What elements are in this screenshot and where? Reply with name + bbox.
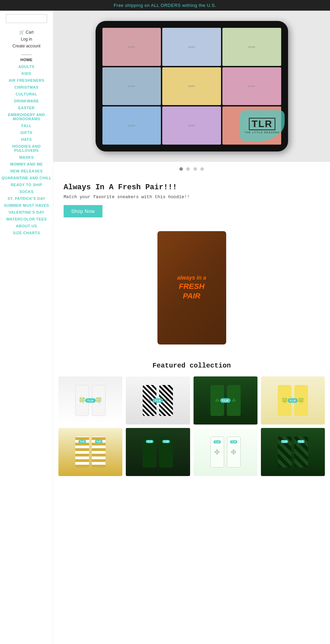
pillow-cell-2: photo — [162, 28, 221, 66]
featured-collection: Featured collection 🍀 — [53, 355, 330, 483]
product-image-7: ✤ TLR ✤ TLR — [194, 428, 257, 476]
sidebar-item-drinkware[interactable]: DRINKWARE — [14, 99, 39, 103]
pillow-cell-8: photo — [162, 106, 221, 145]
promo-title: Always In A Fresh Pair!!! — [64, 183, 320, 192]
product-card-8[interactable]: TLR TLR — [261, 428, 325, 476]
sidebar-item-watercolor[interactable]: WATERCOLOR TEES — [6, 217, 47, 221]
sidebar-item-home[interactable]: HOME — [21, 58, 33, 62]
product-card-7[interactable]: ✤ TLR ✤ TLR — [194, 428, 257, 476]
sidebar-item-hats[interactable]: HATS — [21, 137, 32, 142]
tlr-badge-1: TLR — [85, 398, 96, 403]
tlr-badge-4: TLR — [288, 398, 298, 403]
hoodie-image: always in aFRESHPAIR — [157, 231, 226, 344]
sidebar-item-size-charts[interactable]: SIZE CHARTS — [13, 231, 40, 235]
sidebar-item-gifts[interactable]: GIFTS — [21, 131, 33, 135]
product-image-1: 🍀 🍀 TLR — [58, 376, 122, 425]
tlr-badge-2: TLR — [153, 398, 163, 403]
product-image-6: TLR TLR — [126, 428, 190, 476]
sidebar-item-easter[interactable]: EASTER — [18, 106, 35, 110]
sidebar-item-valentines[interactable]: VALENTINE'S DAY — [9, 210, 44, 214]
product-image-2: ☘ ☘ TLR — [126, 376, 190, 425]
create-account-link[interactable]: Create account — [12, 44, 40, 48]
pillow-cell-6: photo — [222, 67, 281, 105]
sidebar-item-kids[interactable]: KIDS — [22, 71, 31, 76]
banner-text: Free shipping on ALL ORDERS withing the … — [114, 3, 216, 8]
hoodie-section: always in aFRESHPAIR — [53, 228, 330, 355]
product-card-5[interactable]: TLR TLR — [58, 428, 122, 476]
dot-3[interactable] — [194, 167, 197, 171]
product-card-2[interactable]: ☘ ☘ TLR — [126, 376, 190, 425]
tlr-badge-3: TLR — [220, 398, 231, 403]
sidebar-nav: HOME ADULTS KIDS AIR FRESHENERS CHRISTMA… — [0, 58, 53, 235]
tlr-logo-text: TLR — [249, 118, 275, 130]
sidebar-item-embroidery[interactable]: EMBROIDERY AND MONOGRAMS — [0, 113, 53, 121]
product-card-1[interactable]: 🍀 🍀 TLR — [58, 376, 122, 425]
sidebar-item-about[interactable]: ABOUT US — [16, 224, 37, 228]
product-grid: 🍀 🍀 TLR — [57, 376, 327, 476]
sidebar-item-christmas[interactable]: CHRISTMAS — [14, 85, 38, 89]
product-card-6[interactable]: TLR TLR — [126, 428, 190, 476]
promo-description: Match your favorite sneakers with this h… — [64, 194, 320, 200]
sidebar-item-ready-to-ship[interactable]: READY TO SHIP — [11, 183, 42, 187]
main-content: photo photo photo photo photo photo — [53, 11, 330, 644]
hoodie-text: always in aFRESHPAIR — [177, 274, 206, 301]
product-image-8: TLR TLR — [261, 428, 325, 476]
sidebar-item-new-releases[interactable]: NEW RELEASES — [10, 169, 43, 173]
product-image-5: TLR TLR — [58, 428, 122, 476]
top-banner: Free shipping on ALL ORDERS withing the … — [0, 0, 330, 11]
sidebar-divider — [21, 55, 32, 55]
pillow-cell-3: photo — [222, 28, 281, 66]
sidebar: 🛒 Cart Log in Create account HOME ADULTS… — [0, 11, 53, 644]
cart-link[interactable]: 🛒 Cart — [19, 30, 33, 35]
sidebar-item-socks[interactable]: SOCKS — [19, 190, 34, 194]
promo-section: Always In A Fresh Pair!!! Match your fav… — [53, 176, 330, 228]
pillow-cell-7: photo — [102, 106, 161, 145]
sidebar-item-mommy-me[interactable]: MOMMY AND ME — [10, 162, 43, 166]
tlr-logo-subtitle: THE LITTLE REASONS — [244, 131, 279, 134]
sidebar-item-cultural[interactable]: CULTURAL — [15, 92, 37, 96]
sidebar-item-quarantine[interactable]: QUARANTINE AND CHILL — [1, 176, 51, 180]
product-image-3: ☘ ☘ TLR — [194, 376, 257, 425]
dot-4[interactable] — [200, 167, 204, 171]
sidebar-item-st-patricks[interactable]: ST. PATRICK'S DAY — [8, 196, 45, 201]
pillow-collage: photo photo photo photo photo photo — [96, 21, 288, 151]
dot-2[interactable] — [186, 167, 190, 171]
product-card-4[interactable]: 🍀 🍀 TLR — [261, 376, 325, 425]
product-card-3[interactable]: ☘ ☘ TLR — [194, 376, 257, 425]
pillow-cell-4: photo — [102, 67, 161, 105]
pillow-cell-1: photo — [102, 28, 161, 66]
sidebar-item-summer[interactable]: SUMMER MUST HAVES — [4, 203, 49, 207]
sidebar-item-fall[interactable]: FALL — [21, 124, 32, 128]
sidebar-item-hoodies[interactable]: HOODIES AND PULLOVERS — [0, 144, 53, 152]
sidebar-item-air-fresheners[interactable]: AIR FRESHENERS — [9, 78, 44, 82]
carousel-dots — [53, 162, 330, 176]
featured-title: Featured collection — [57, 362, 327, 370]
shop-now-button[interactable]: Shop Now — [64, 205, 102, 217]
auth-section: 🛒 Cart Log in Create account — [12, 30, 40, 48]
hero-carousel: photo photo photo photo photo photo — [53, 11, 330, 162]
login-link[interactable]: Log in — [21, 37, 32, 42]
sidebar-item-adults[interactable]: ADULTS — [19, 65, 35, 69]
dot-1[interactable] — [179, 167, 183, 171]
product-image-4: 🍀 🍀 TLR — [261, 376, 325, 425]
search-input[interactable] — [6, 14, 47, 23]
pillow-cell-5: photo — [162, 67, 221, 105]
sidebar-item-masks[interactable]: MASKS — [19, 155, 34, 159]
